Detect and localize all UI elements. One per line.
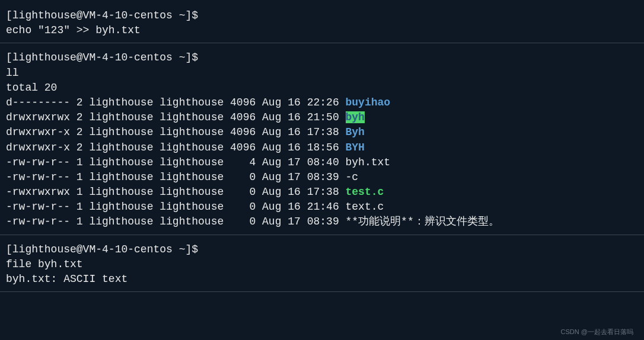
file-row: drwxrwxrwx 2 lighthouse lighthouse 4096 …: [6, 110, 638, 125]
command-line: echo "123" >> byh.txt: [6, 23, 638, 38]
command-output: byh.txt: ASCII text: [6, 272, 638, 287]
terminal-block-1[interactable]: [lighthouse@VM-4-10-centos ~]$ echo "123…: [0, 1, 644, 43]
file-row: -rw-rw-r-- 1 lighthouse lighthouse 4 Aug…: [6, 155, 638, 170]
command-line: ll: [6, 66, 638, 81]
ll-total: total 20: [6, 81, 638, 95]
file-row: drwxrwxr-x 2 lighthouse lighthouse 4096 …: [6, 140, 638, 155]
shell-prompt: [lighthouse@VM-4-10-centos ~]$: [6, 242, 638, 257]
command-line: file byh.txt: [6, 257, 638, 272]
file-name: buyihao: [346, 97, 391, 108]
file-meta: d--------- 2 lighthouse lighthouse 4096 …: [6, 97, 346, 108]
file-meta: drwxrwxr-x 2 lighthouse lighthouse 4096 …: [6, 142, 346, 153]
shell-prompt: [lighthouse@VM-4-10-centos ~]$: [6, 8, 638, 23]
file-row: -rw-rw-r-- 1 lighthouse lighthouse 0 Aug…: [6, 214, 638, 229]
file-row: -rw-rw-r-- 1 lighthouse lighthouse 0 Aug…: [6, 200, 638, 214]
file-name: byh.txt: [346, 156, 391, 168]
watermark: CSDN @一起去看日落吗: [561, 328, 633, 336]
file-name: byh: [346, 111, 365, 123]
file-meta: -rw-rw-r-- 1 lighthouse lighthouse 0 Aug…: [6, 201, 346, 213]
file-name: Byh: [346, 126, 365, 138]
file-meta: -rw-rw-r-- 1 lighthouse lighthouse 0 Aug…: [6, 216, 346, 227]
file-name: BYH: [346, 142, 365, 153]
shell-prompt: [lighthouse@VM-4-10-centos ~]$: [6, 50, 638, 65]
ll-output: d--------- 2 lighthouse lighthouse 4096 …: [6, 95, 638, 230]
file-meta: drwxrwxrwx 2 lighthouse lighthouse 4096 …: [6, 111, 346, 123]
file-meta: drwxrwxr-x 2 lighthouse lighthouse 4096 …: [6, 126, 346, 138]
terminal-block-3[interactable]: [lighthouse@VM-4-10-centos ~]$ file byh.…: [0, 235, 644, 293]
file-name: test.c: [346, 186, 384, 198]
file-meta: -rwxrwxrwx 1 lighthouse lighthouse 0 Aug…: [6, 186, 346, 198]
file-name: **功能说明**：辨识文件类型。: [346, 216, 499, 227]
file-meta: -rw-rw-r-- 1 lighthouse lighthouse 0 Aug…: [6, 171, 346, 183]
file-row: drwxrwxr-x 2 lighthouse lighthouse 4096 …: [6, 125, 638, 140]
terminal-block-2[interactable]: [lighthouse@VM-4-10-centos ~]$ ll total …: [0, 43, 644, 235]
file-meta: -rw-rw-r-- 1 lighthouse lighthouse 4 Aug…: [6, 156, 346, 168]
file-name: text.c: [346, 201, 384, 213]
file-row: -rwxrwxrwx 1 lighthouse lighthouse 0 Aug…: [6, 185, 638, 200]
file-row: d--------- 2 lighthouse lighthouse 4096 …: [6, 95, 638, 110]
file-name: -c: [346, 171, 359, 183]
file-row: -rw-rw-r-- 1 lighthouse lighthouse 0 Aug…: [6, 170, 638, 185]
